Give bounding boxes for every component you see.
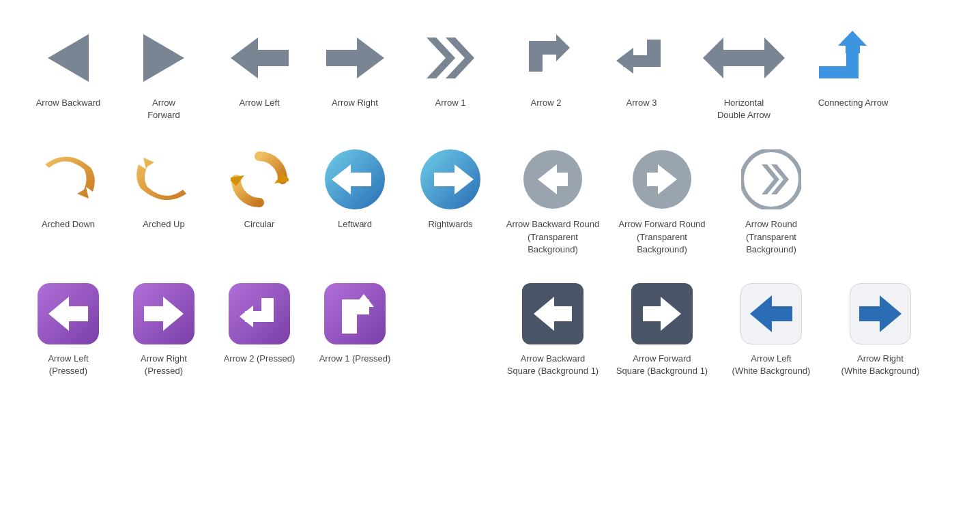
- svg-marker-11: [616, 48, 633, 74]
- arrow-left-pressed-icon: [38, 283, 99, 344]
- icon-item-arrow-forward-round[interactable]: Arrow Forward Round(TransparentBackgroun…: [607, 149, 717, 256]
- circular-label: Circular: [244, 218, 275, 231]
- arrow-round-transparent-label: Arrow Round(TransparentBackground): [745, 218, 797, 256]
- arrow-backward-square-label: Arrow BackwardSquare (Background 1): [507, 353, 599, 377]
- arrow-right-pressed-icon: [133, 283, 194, 344]
- icon-item-arrow-backward-round[interactable]: Arrow Backward Round(TransparentBackgrou…: [498, 149, 607, 256]
- arrow-left-pressed-label: Arrow Left(Pressed): [48, 353, 88, 377]
- arrow-1-icon: [420, 27, 481, 89]
- arrow-right-white-icon: [850, 283, 911, 344]
- svg-marker-15: [838, 31, 867, 53]
- arrow-3-label: Arrow 3: [626, 97, 657, 109]
- arrow-2-pressed-icon: [229, 283, 290, 344]
- arrow-backward-icon: [38, 27, 99, 89]
- svg-marker-29: [48, 297, 88, 331]
- svg-marker-0: [48, 34, 89, 82]
- arrow-forward-label: ArrowForward: [147, 97, 180, 121]
- row-2: Arched Down Arched Up: [20, 149, 960, 256]
- arrow-forward-square-icon: [631, 283, 693, 344]
- icon-item-arrow-forward-square[interactable]: Arrow ForwardSquare (Background 1): [607, 283, 717, 377]
- svg-marker-2: [231, 38, 289, 78]
- arrow-right-white-label: Arrow Right(White Background): [841, 353, 920, 377]
- icon-item-h-double-arrow[interactable]: HorizontalDouble Arrow: [689, 27, 798, 121]
- icon-item-arrow-3[interactable]: Arrow 3: [594, 27, 689, 109]
- arrow-left-white-icon: [740, 283, 802, 344]
- svg-marker-30: [144, 297, 184, 331]
- arrow-right-label: Arrow Right: [332, 97, 378, 109]
- arrow-right-icon: [324, 27, 386, 89]
- icon-item-leftward[interactable]: Leftward: [307, 149, 403, 231]
- icon-item-arrow-right-white[interactable]: Arrow Right(White Background): [826, 283, 935, 377]
- icon-item-arrow-left-white[interactable]: Arrow Left(White Background): [717, 283, 826, 377]
- arrow-2-pressed-label: Arrow 2 (Pressed): [224, 353, 296, 365]
- h-double-arrow-label: HorizontalDouble Arrow: [717, 97, 770, 121]
- svg-marker-37: [534, 297, 572, 331]
- arrow-right-pressed-label: Arrow Right(Pressed): [141, 353, 187, 377]
- connecting-arrow-icon: [809, 27, 897, 89]
- icon-item-arrow-backward-square[interactable]: Arrow BackwardSquare (Background 1): [498, 283, 607, 377]
- svg-marker-3: [326, 38, 384, 78]
- leftward-label: Leftward: [338, 218, 372, 231]
- icon-item-arrow-backward[interactable]: Arrow Backward: [20, 27, 116, 109]
- svg-marker-33: [240, 306, 253, 327]
- icon-item-arrow-left-pressed[interactable]: Arrow Left(Pressed): [20, 283, 116, 377]
- icon-item-arched-down[interactable]: Arched Down: [20, 149, 116, 231]
- icon-item-arrow-1[interactable]: Arrow 1: [403, 27, 498, 109]
- arrow-1-pressed-icon: [324, 283, 386, 344]
- arrow-backward-square-icon: [522, 283, 583, 344]
- svg-marker-39: [750, 295, 792, 332]
- svg-marker-38: [643, 297, 681, 331]
- icon-item-connecting-arrow[interactable]: Connecting Arrow: [798, 27, 908, 109]
- circular-icon: [229, 149, 290, 210]
- arched-up-label: Arched Up: [143, 218, 184, 231]
- arrow-left-white-label: Arrow Left(White Background): [732, 353, 811, 377]
- arched-up-icon: [133, 149, 194, 210]
- icon-item-rightwards[interactable]: Rightwards: [403, 149, 498, 231]
- arrow-1-label: Arrow 1: [435, 97, 466, 109]
- icon-item-arrow-forward[interactable]: ArrowForward: [116, 27, 212, 121]
- icon-item-circular[interactable]: Circular: [212, 149, 307, 231]
- arrow-round-transparent-icon: [740, 149, 802, 210]
- arched-down-icon: [38, 149, 99, 210]
- icon-item-arrow-right[interactable]: Arrow Right: [307, 27, 403, 109]
- arrow-left-icon: [229, 27, 290, 89]
- icon-item-arrow-1-pressed[interactable]: Arrow 1 (Pressed): [307, 283, 403, 365]
- arrow-forward-square-label: Arrow ForwardSquare (Background 1): [616, 353, 708, 377]
- svg-marker-12: [703, 38, 785, 78]
- arrow-left-label: Arrow Left: [239, 97, 279, 109]
- arrow-backward-label: Arrow Backward: [36, 97, 101, 109]
- arrow-forward-round-icon: [631, 149, 693, 210]
- arrow-backward-round-icon: [522, 149, 583, 210]
- connecting-arrow-label: Connecting Arrow: [818, 97, 889, 109]
- svg-marker-28: [771, 164, 789, 194]
- icon-item-arrow-left[interactable]: Arrow Left: [212, 27, 307, 109]
- icon-item-arrow-right-pressed[interactable]: Arrow Right(Pressed): [116, 283, 212, 377]
- svg-marker-4: [427, 38, 455, 78]
- svg-marker-40: [859, 295, 902, 332]
- arrow-1-pressed-label: Arrow 1 (Pressed): [319, 353, 391, 365]
- row-3: Arrow Left(Pressed) Arrow Right(Pressed): [20, 283, 960, 377]
- leftward-icon: [324, 149, 386, 210]
- svg-marker-8: [556, 34, 570, 61]
- rightwards-icon: [420, 149, 481, 210]
- arrow-forward-round-label: Arrow Forward Round(TransparentBackgroun…: [618, 218, 705, 256]
- row-1: Arrow Backward ArrowForward Arrow Left: [20, 27, 960, 121]
- icon-item-arrow-2[interactable]: Arrow 2: [498, 27, 594, 109]
- arrow-2-icon: [515, 27, 577, 89]
- main-container: Arrow Backward ArrowForward Arrow Left: [0, 0, 980, 404]
- arrow-forward-icon: [133, 27, 194, 89]
- arrow-2-label: Arrow 2: [531, 97, 562, 109]
- icon-item-arched-up[interactable]: Arched Up: [116, 149, 212, 231]
- h-double-arrow-icon: [700, 27, 788, 89]
- icon-item-arrow-2-pressed[interactable]: Arrow 2 (Pressed): [212, 283, 307, 365]
- arrow-backward-round-label: Arrow Backward Round(TransparentBackgrou…: [506, 218, 600, 256]
- arched-down-label: Arched Down: [42, 218, 95, 231]
- svg-point-26: [742, 150, 801, 209]
- icon-item-arrow-round-transparent[interactable]: Arrow Round(TransparentBackground): [717, 149, 826, 256]
- rightwards-label: Rightwards: [428, 218, 472, 231]
- svg-marker-1: [143, 34, 184, 82]
- arrow-3-icon: [611, 27, 672, 89]
